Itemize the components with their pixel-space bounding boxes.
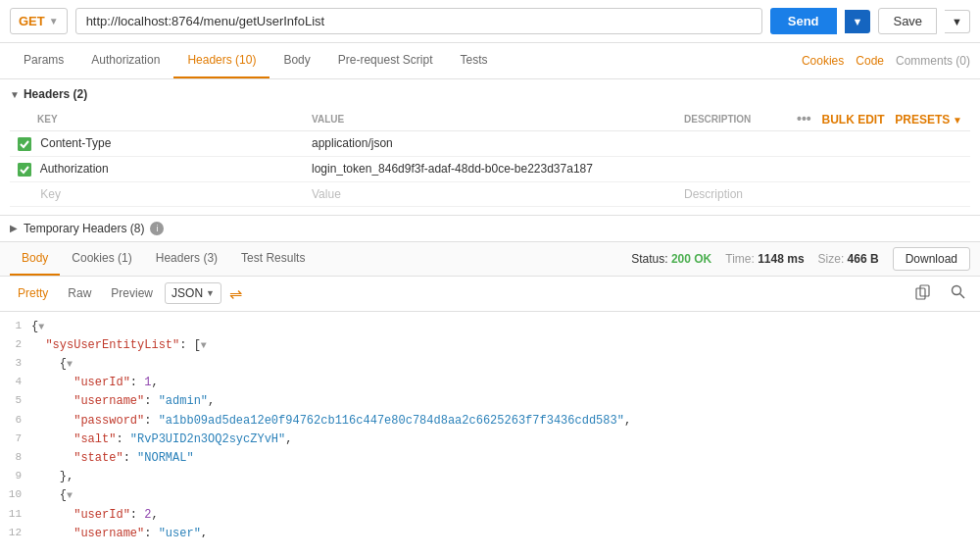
placeholder-actions-cell [768,181,970,206]
presets-arrow-icon[interactable]: ▼ [953,115,962,126]
json-punct: : [123,451,137,465]
placeholder-value-text: Value [312,187,341,201]
json-line: 2 "sysUserEntityList": [▼ [0,336,980,355]
wrap-icon[interactable]: ⇌ [229,284,242,303]
json-punct: }, [60,470,74,483]
presets-button[interactable]: Presets [895,113,950,127]
fmt-preview-button[interactable]: Preview [103,283,161,303]
headers-title: ▼ Headers (2) [10,87,970,101]
tab-params[interactable]: Params [10,43,77,78]
send-button[interactable]: Send [770,8,837,34]
placeholder-key-cell[interactable]: Key [10,181,304,206]
json-punct [31,394,74,408]
json-body: 1{▼2 "sysUserEntityList": [▼3 {▼4 "userI… [0,312,980,537]
json-string: "NORMAL" [137,451,194,465]
json-punct: , [151,376,158,389]
fold-icon[interactable]: ▼ [67,488,78,504]
json-punct [31,488,60,502]
json-punct: : [130,508,144,522]
json-punct: : [116,432,129,446]
headers-toggle-icon[interactable]: ▼ [10,89,20,100]
row2-actions-cell [768,156,970,181]
json-format-label: JSON [172,286,203,300]
tab-tests[interactable]: Tests [446,43,501,78]
json-punct: , [151,508,158,522]
json-line: 8 "state": "NORMAL" [0,449,980,468]
row2-value-cell: login_token_846d9f3f-adaf-48dd-b0ce-be22… [304,156,676,181]
format-bar: Pretty Raw Preview JSON ▼ ⇌ [0,277,980,312]
row2-checkbox[interactable] [18,163,31,177]
col-header-actions: ••• Bulk Edit Presets ▼ [768,107,970,131]
line-content: {▼ [31,318,980,336]
search-icon[interactable] [946,282,970,305]
fmt-raw-button[interactable]: Raw [60,283,99,303]
json-line: 9 }, [0,468,980,486]
json-punct: , [624,414,631,428]
tab-authorization[interactable]: Authorization [77,43,173,78]
more-dots-icon[interactable]: ••• [797,111,811,127]
cookies-link[interactable]: Cookies [802,54,844,68]
line-number: 5 [0,392,31,411]
temp-headers-toggle-icon[interactable]: ▶ [10,223,18,233]
json-line: 11 "userId": 2, [0,506,980,525]
json-key: "userId" [74,508,130,522]
line-content: "userId": 1, [31,374,980,392]
resp-tab-body[interactable]: Body [10,242,60,276]
download-button[interactable]: Download [893,247,970,271]
row1-desc-cell [676,131,768,157]
fmt-pretty-button[interactable]: Pretty [10,283,56,303]
save-button[interactable]: Save [878,8,937,34]
tab-headers[interactable]: Headers (10) [173,43,270,78]
json-string: "user" [159,527,201,537]
json-format-select[interactable]: JSON ▼ [165,282,221,304]
info-icon[interactable]: i [150,222,164,235]
placeholder-key-text: Key [40,187,61,201]
json-punct: , [208,394,215,408]
row1-key-value: Content-Type [40,136,111,150]
row1-checkbox[interactable] [18,137,31,151]
line-content: }, [31,468,980,486]
copy-icon[interactable] [910,282,936,305]
placeholder-desc-cell[interactable]: Description [676,181,768,206]
table-row: Content-Type application/json [10,131,970,157]
json-punct: , [201,527,208,537]
tab-pre-request-script[interactable]: Pre-request Script [324,43,447,78]
line-content: "username": "user", [31,525,980,537]
json-punct: : [144,414,158,428]
row1-value: application/json [312,136,393,150]
line-content: "salt": "RvP3UID2n3OQ2sycZYvH", [31,431,980,449]
status-label: Status: 200 OK [631,252,711,266]
bulk-edit-button[interactable]: Bulk Edit [822,113,885,127]
fold-icon[interactable]: ▼ [201,338,213,354]
resp-tab-cookies[interactable]: Cookies (1) [60,242,143,276]
line-content: {▼ [31,486,980,505]
col-header-key: KEY [10,107,304,131]
placeholder-value-cell[interactable]: Value [304,181,676,206]
tab-body[interactable]: Body [270,43,323,78]
table-row-placeholder: Key Value Description [10,181,970,206]
json-string: "RvP3UID2n3OQ2sycZYvH" [130,432,285,446]
col-header-value: VALUE [304,107,676,131]
row1-actions-cell [768,131,970,157]
url-input[interactable] [75,8,762,34]
line-number: 1 [0,318,31,336]
fold-icon[interactable]: ▼ [38,320,50,335]
send-dropdown-button[interactable]: ▼ [845,10,871,33]
comments-link[interactable]: Comments (0) [896,54,970,68]
method-select[interactable]: GET ▼ [10,8,68,34]
json-punct: : [130,376,144,389]
save-dropdown-button[interactable]: ▼ [945,10,970,33]
json-key: "sysUserEntityList" [45,338,179,352]
svg-line-5 [960,293,965,298]
row2-key-value: Authorization [40,162,109,176]
resp-tab-test-results[interactable]: Test Results [229,242,317,276]
json-punct [31,357,60,371]
resp-tab-headers[interactable]: Headers (3) [144,242,229,276]
json-punct [31,414,74,428]
top-bar: GET ▼ Send ▼ Save ▼ [0,0,980,43]
method-chevron-icon: ▼ [49,16,59,26]
fold-icon[interactable]: ▼ [67,357,78,373]
line-content: {▼ [31,355,980,374]
code-link[interactable]: Code [856,54,884,68]
placeholder-desc-text: Description [684,187,743,201]
